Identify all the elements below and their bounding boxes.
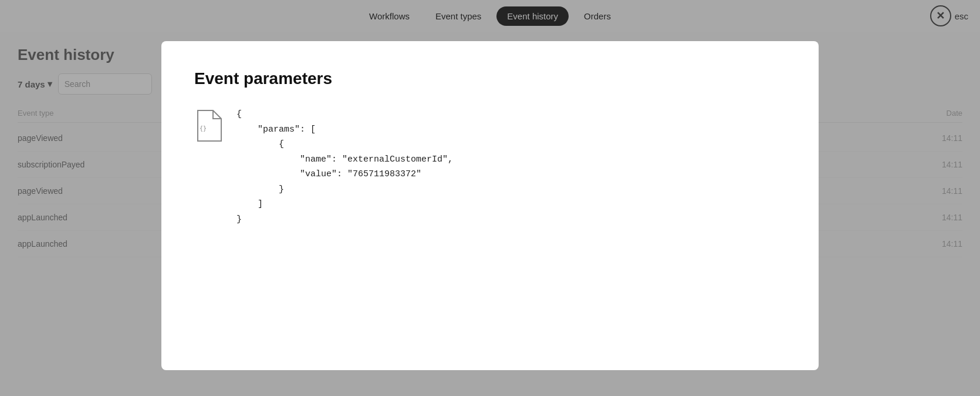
- modal-title: Event parameters: [194, 69, 786, 88]
- json-file-icon: {}: [194, 109, 222, 145]
- svg-text:{}: {}: [200, 125, 207, 132]
- event-parameters-modal: Event parameters {} { "params": [ { "nam…: [161, 41, 819, 370]
- json-content: { "params": [ { "name": "externalCustome…: [236, 107, 453, 227]
- modal-body: {} { "params": [ { "name": "externalCust…: [194, 107, 786, 227]
- modal-overlay[interactable]: Event parameters {} { "params": [ { "nam…: [0, 0, 980, 396]
